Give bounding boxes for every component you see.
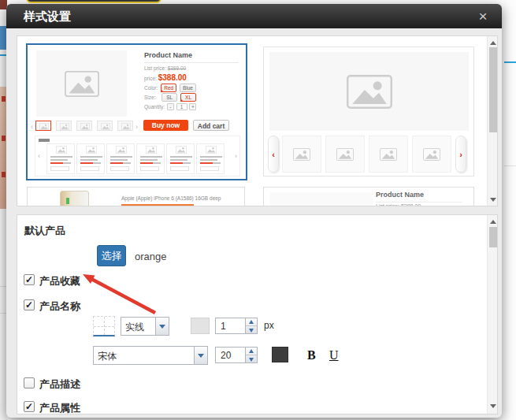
price-text-bar: [121, 204, 194, 206]
carousel-prev-button[interactable]: ‹: [268, 136, 279, 173]
border-color-swatch[interactable]: [191, 318, 210, 334]
checkbox-product-attributes[interactable]: ✓: [24, 401, 35, 412]
dropdown-arrow-icon[interactable]: [194, 347, 207, 364]
font-size-spinner[interactable]: [246, 347, 258, 363]
scroll-down-icon[interactable]: [488, 195, 498, 204]
px-unit-label: px: [264, 320, 274, 331]
select-product-button[interactable]: 选择: [97, 245, 126, 266]
default-product-label: 默认产品: [24, 224, 65, 238]
color-option-blue[interactable]: Blue: [180, 84, 196, 92]
related-product-card[interactable]: [166, 143, 195, 174]
thumbnail[interactable]: [117, 121, 133, 131]
preview-product-name: Product Name: [376, 191, 462, 203]
thumbnail[interactable]: [56, 121, 72, 131]
related-product-card[interactable]: [196, 143, 225, 174]
size-option-sl[interactable]: SL: [161, 93, 177, 102]
related-products-strip: ‹ ›: [35, 136, 240, 177]
template-gallery-panel: Product Name List price: $388.00 price: …: [17, 35, 498, 206]
spinner-down-icon[interactable]: [246, 326, 257, 334]
background-divider: [504, 165, 516, 166]
checkbox-product-favorite[interactable]: ✓: [24, 274, 35, 285]
image-placeholder-icon: [65, 71, 99, 97]
scroll-up-icon[interactable]: [488, 217, 498, 226]
preview-list-price: List price: $388.00: [376, 203, 421, 206]
bold-button[interactable]: B: [307, 348, 316, 362]
related-product-card[interactable]: [136, 143, 165, 174]
image-placeholder-icon: [146, 146, 157, 154]
spinner-down-icon[interactable]: [246, 355, 257, 363]
checkbox-label-product-favorite: 产品收藏: [39, 274, 80, 288]
checkbox-label-product-attributes: 产品属性: [39, 401, 80, 414]
gallery-scrollbar[interactable]: [487, 36, 498, 206]
preview-list-price-value: $388.00: [168, 65, 187, 71]
spinner-up-icon[interactable]: [246, 318, 257, 326]
scroll-down-icon[interactable]: [488, 401, 498, 411]
image-placeholder-icon: [293, 148, 310, 161]
border-style-dropdown[interactable]: 实线: [121, 317, 169, 336]
background-highlighted-element: [26, 0, 161, 3]
preview-main-image-placeholder: [36, 50, 127, 117]
preview-price-row: price: $388.00: [144, 73, 187, 82]
border-width-input[interactable]: 1: [215, 318, 246, 334]
preview-image-placeholder: [270, 192, 373, 206]
border-position-selector[interactable]: [93, 316, 115, 336]
checkbox-product-description[interactable]: [24, 377, 35, 388]
font-size-input[interactable]: 20: [215, 347, 246, 363]
thumbnail[interactable]: [369, 136, 408, 173]
thumbnail-strip: ‹›: [31, 118, 138, 132]
template-option-4[interactable]: Product Name List price: $388.00: [263, 187, 474, 206]
quantity-value: 1: [176, 103, 187, 110]
related-product-card[interactable]: [46, 143, 75, 174]
scroll-up-icon[interactable]: [488, 38, 498, 47]
thumbs-next-icon[interactable]: ›: [135, 123, 138, 131]
font-family-dropdown[interactable]: 宋体: [93, 346, 208, 365]
related-product-card[interactable]: [76, 143, 105, 174]
quantity-minus-button[interactable]: -: [167, 103, 174, 110]
related-prev-icon[interactable]: ‹: [38, 152, 40, 160]
template-option-3[interactable]: Apple (Apple) iPhone 6 (A1586) 16GB deep: [27, 187, 245, 206]
carousel-next-button[interactable]: ›: [455, 136, 466, 173]
thumbs-prev-icon[interactable]: ‹: [31, 123, 33, 131]
size-option-xl[interactable]: XL: [180, 93, 196, 102]
preview-product-name: Product Name: [144, 51, 239, 63]
thumbnail-selected[interactable]: [35, 121, 51, 131]
screen: 样式设置 × Product Name List price: $388.00 …: [0, 0, 516, 420]
scrollbar-thumb[interactable]: [489, 47, 497, 132]
chevron-right-icon: ›: [459, 150, 462, 159]
image-placeholder-icon: [80, 123, 90, 130]
border-width-spinner[interactable]: [246, 318, 258, 334]
preview-color-row: Color: Red Blue: [144, 84, 196, 92]
preview-list-price-row: List price: $388.00: [144, 65, 186, 71]
thumbnail[interactable]: [282, 136, 321, 173]
checkbox-product-name[interactable]: ✓: [24, 299, 35, 310]
template-option-2[interactable]: ‹ ›: [263, 46, 474, 177]
image-placeholder-icon: [116, 146, 127, 154]
font-family-value: 宋体: [94, 347, 194, 364]
dropdown-arrow-icon[interactable]: [155, 318, 169, 335]
image-placeholder-icon: [101, 123, 110, 130]
preview-price-value: $388.00: [158, 73, 187, 82]
image-placeholder-icon: [60, 123, 69, 130]
related-product-card[interactable]: [106, 143, 135, 174]
color-option-red[interactable]: Red: [161, 84, 176, 92]
image-placeholder-icon: [39, 123, 49, 130]
font-color-swatch[interactable]: [272, 347, 288, 362]
quantity-plus-button[interactable]: +: [189, 103, 196, 110]
spinner-up-icon[interactable]: [246, 348, 257, 355]
thumbnail[interactable]: [97, 121, 113, 131]
image-placeholder-icon: [176, 146, 187, 154]
settings-scrollbar[interactable]: [487, 215, 498, 414]
style-settings-dialog: 样式设置 × Product Name List price: $388.00 …: [6, 4, 502, 418]
buy-now-button[interactable]: Buy now: [143, 120, 188, 131]
scrollbar-thumb[interactable]: [489, 227, 497, 247]
thumbnail[interactable]: [325, 136, 365, 173]
image-placeholder-icon: [56, 146, 67, 154]
thumbnail[interactable]: [76, 121, 92, 131]
related-next-icon[interactable]: ›: [235, 152, 237, 160]
template-option-1-selected[interactable]: Product Name List price: $388.00 price: …: [26, 43, 247, 180]
close-icon[interactable]: ×: [474, 8, 492, 25]
dialog-title: 样式设置: [24, 9, 71, 24]
thumbnail[interactable]: [412, 136, 451, 173]
underline-button[interactable]: U: [329, 348, 339, 362]
add-cart-button[interactable]: Add cart: [193, 120, 229, 131]
